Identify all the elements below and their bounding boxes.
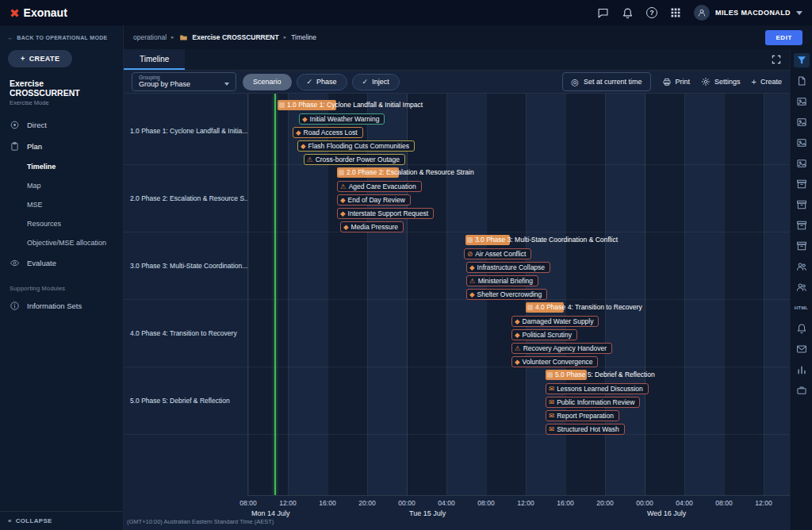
html-icon[interactable]: HTML [794, 301, 810, 315]
tab-timeline[interactable]: Timeline [124, 49, 185, 70]
phase-bar[interactable]: 5.0 Phase 5: Debrief & Reflection [546, 370, 587, 380]
apps-grid-icon[interactable] [670, 7, 681, 18]
phase-bar[interactable]: 1.0 Phase 1: Cyclone Landfall & Initial … [278, 100, 336, 110]
filter-icon[interactable] [794, 53, 810, 67]
filter-chips: Scenario✓Phase✓Inject [243, 74, 400, 90]
diamond-icon: ◆ [340, 197, 346, 204]
sidebar-item-evaluate[interactable]: Evaluate [0, 252, 123, 274]
settings-button[interactable]: Settings [701, 77, 741, 86]
avatar [694, 5, 710, 21]
inject-chip[interactable]: ⚠Cross-border Power Outage [304, 154, 405, 165]
phase-bar-label: 4.0 Phase 4: Transition to Recovery [535, 302, 642, 313]
inject-chip[interactable]: ✉Report Preparation [546, 410, 619, 421]
phase-bar-label: 1.0 Phase 1: Cyclone Landfall & Initial … [287, 100, 423, 110]
filter-chip-phase[interactable]: ✓Phase [297, 74, 347, 90]
phase-bar-label: 3.0 Phase 3: Multi-State Coordination & … [475, 235, 618, 245]
sidebar-item-objective-mse-allocation[interactable]: Objective/MSE allocation [0, 233, 123, 252]
timeline-grid[interactable]: 1.0 Phase 1: Cyclone Landfall & Initial … [248, 94, 790, 496]
sidebar-item-resources[interactable]: Resources [0, 214, 123, 233]
warning-icon: ⚠ [469, 278, 476, 285]
create-button[interactable]: + CREATE [8, 50, 72, 67]
inject-chip[interactable]: ◆Flash Flooding Cuts Communities [297, 140, 415, 152]
print-button[interactable]: Print [662, 77, 691, 86]
archive-icon[interactable] [794, 198, 810, 212]
eye-icon [10, 258, 20, 268]
inject-chip[interactable]: ◆Interstate Support Request [337, 208, 434, 219]
notifications-bell-icon[interactable] [622, 7, 634, 19]
inject-chip[interactable]: ◆End of Day Review [337, 194, 411, 205]
diamond-icon: ◆ [469, 291, 475, 298]
media-card-icon[interactable] [794, 136, 810, 150]
sidebar-item-map[interactable]: Map [0, 176, 123, 195]
breadcrumb-exercise[interactable]: Exercise CROSSCURRENT [193, 33, 279, 41]
archive-icon[interactable] [794, 177, 810, 191]
axis-day-label: Mon 14 July [251, 509, 290, 517]
breadcrumb-operational[interactable]: operational [133, 33, 167, 41]
axis-tick-label: 12:00 [279, 499, 296, 507]
inject-chip[interactable]: ⚠Aged Care Evacuation [337, 181, 422, 192]
inject-chip[interactable]: ⚠Recovery Agency Handover [511, 343, 612, 354]
plus-icon: + [21, 55, 25, 63]
chevron-down-icon [224, 83, 229, 86]
filter-chip-inject[interactable]: ✓Inject [352, 74, 400, 90]
inject-chip[interactable]: ◆Political Scrutiny [511, 329, 577, 340]
media-card-icon[interactable] [794, 156, 810, 171]
archive-icon[interactable] [794, 218, 810, 232]
chevron-down-icon [796, 11, 802, 15]
mail-icon: ✉ [549, 386, 554, 393]
users-icon[interactable] [794, 280, 810, 294]
sidebar-item-information-sets[interactable]: Information Sets [0, 295, 123, 317]
edit-button[interactable]: EDIT [765, 30, 802, 45]
media-card-icon[interactable] [794, 115, 810, 129]
chat-icon[interactable] [597, 7, 609, 19]
inject-chip[interactable]: ✉Public Information Review [546, 397, 640, 408]
breadcrumb-timeline: Timeline [291, 33, 316, 41]
filter-chip-scenario[interactable]: Scenario [243, 74, 292, 90]
printer-icon [662, 77, 672, 86]
bell-icon[interactable] [794, 321, 810, 336]
inject-chip[interactable]: ◆Shelter Overcrowding [466, 289, 547, 300]
sidebar-item-direct[interactable]: Direct [0, 114, 123, 136]
create-inject-button[interactable]: + Create [752, 78, 782, 86]
chart-icon[interactable] [794, 363, 810, 377]
phase-bar[interactable]: 4.0 Phase 4: Transition to Recovery [526, 302, 564, 313]
axis-day-label: Wed 16 July [647, 509, 686, 517]
sidebar-item-mse[interactable]: MSE [0, 195, 123, 214]
inject-label: Road Access Lost [304, 129, 358, 136]
mail-icon[interactable] [794, 342, 810, 356]
inject-chip[interactable]: ◆Volunteer Convergence [511, 356, 598, 367]
axis-tick-label: 20:00 [358, 499, 375, 507]
inject-chip[interactable]: ◆Media Pressure [340, 221, 404, 232]
inject-chip[interactable]: ◆Road Access Lost [293, 127, 363, 138]
inject-chip[interactable]: ✉Structured Hot Wash [546, 424, 625, 435]
grouping-select[interactable]: Grouping Group by Phase [132, 72, 236, 91]
timeline-toolbar: Grouping Group by Phase Scenario✓Phase✓I… [124, 71, 790, 93]
inject-chip[interactable]: ✉Lessons Learned Discussion [546, 383, 649, 394]
back-to-operational-link[interactable]: ← BACK TO OPERATIONAL MODE [0, 25, 123, 44]
fullscreen-icon[interactable] [771, 54, 782, 65]
app-logo[interactable]: ✖ Exonaut [10, 6, 67, 19]
briefcase-icon[interactable] [794, 383, 810, 398]
inject-label: Initial Weather Warning [310, 115, 380, 123]
sidebar-item-timeline[interactable]: Timeline [0, 157, 123, 176]
phase-bar[interactable]: 3.0 Phase 3: Multi-State Coordination & … [465, 235, 510, 245]
help-icon[interactable]: ? [646, 7, 657, 18]
inject-chip[interactable]: ⊘Air Asset Conflict [464, 248, 531, 259]
mail-icon: ✉ [549, 399, 554, 406]
sidebar-item-plan[interactable]: Plan [0, 136, 123, 157]
user-menu[interactable]: MILES MACDONALD [694, 5, 802, 21]
phase-bar[interactable]: 2.0 Phase 2: Escalation & Resource Strai… [337, 167, 399, 178]
users-icon[interactable] [794, 259, 810, 274]
diamond-icon: ◆ [515, 359, 520, 366]
collapse-sidebar-button[interactable]: « COLLAPSE [0, 511, 123, 530]
axis-tick-label: 08:00 [715, 499, 732, 507]
chevron-right-icon: ▸ [171, 34, 174, 40]
inject-chip[interactable]: ◆Initial Weather Warning [299, 113, 385, 125]
set-at-current-time-button[interactable]: ◎ Set at current time [562, 72, 650, 91]
inject-chip[interactable]: ◆Infrastructure Collapse [466, 262, 550, 273]
inject-chip[interactable]: ⚠Ministerial Briefing [466, 275, 538, 286]
media-card-icon[interactable] [794, 94, 810, 109]
document-icon[interactable] [794, 74, 810, 88]
archive-icon[interactable] [794, 239, 810, 253]
inject-chip[interactable]: ◆Damaged Water Supply [511, 316, 599, 327]
